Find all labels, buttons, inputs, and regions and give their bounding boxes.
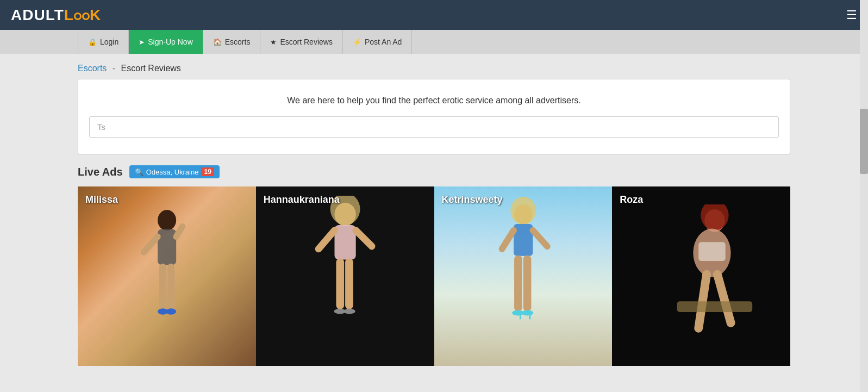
svg-rect-26 bbox=[520, 313, 521, 319]
search-location-icon: 🔍 bbox=[135, 168, 143, 176]
breadcrumb-escorts-link[interactable]: Escorts bbox=[78, 64, 107, 73]
nav-post-ad[interactable]: ⚡ Post An Ad bbox=[343, 30, 413, 54]
location-badge[interactable]: 🔍 Odessa, Ukraine 19 bbox=[129, 165, 220, 178]
svg-rect-13 bbox=[336, 258, 344, 309]
svg-line-33 bbox=[717, 275, 731, 323]
breadcrumb: Escorts - Escort Reviews bbox=[78, 64, 181, 73]
login-icon: 🔒 bbox=[88, 38, 97, 46]
svg-line-12 bbox=[355, 230, 371, 246]
svg-line-2 bbox=[143, 237, 158, 252]
ad-name-roza: Roza bbox=[620, 194, 643, 206]
ad-card-ketrinsweety[interactable]: Ketrinsweety bbox=[434, 186, 613, 366]
svg-point-16 bbox=[344, 308, 355, 314]
svg-rect-14 bbox=[345, 258, 353, 309]
reviews-star-icon: ★ bbox=[270, 38, 277, 46]
nav-escorts-label: Escorts bbox=[225, 38, 251, 46]
logo-text: ADULTL K bbox=[11, 7, 101, 24]
scrollbar-track[interactable] bbox=[860, 0, 868, 366]
svg-rect-31 bbox=[698, 242, 726, 261]
svg-point-0 bbox=[158, 210, 176, 231]
location-count: 19 bbox=[201, 167, 214, 176]
post-ad-icon: ⚡ bbox=[353, 38, 361, 46]
breadcrumb-bar: Escorts - Escort Reviews bbox=[0, 54, 868, 79]
svg-line-3 bbox=[176, 227, 182, 237]
search-input[interactable] bbox=[89, 116, 779, 138]
logo[interactable]: ADULTL K bbox=[11, 7, 101, 24]
live-ads-title: Live Ads bbox=[78, 166, 123, 178]
svg-line-20 bbox=[502, 230, 514, 248]
location-text: Odessa, Ukraine bbox=[146, 168, 199, 176]
svg-rect-27 bbox=[529, 313, 530, 319]
svg-point-25 bbox=[521, 310, 533, 315]
svg-rect-23 bbox=[523, 255, 531, 311]
nav-signup[interactable]: ➤ Sign-Up Now bbox=[129, 30, 203, 54]
nav-reviews-label: Escort Reviews bbox=[280, 38, 332, 46]
breadcrumb-current: Escort Reviews bbox=[121, 64, 181, 73]
ad-name-ketrinsweety: Ketrinsweety bbox=[442, 194, 503, 206]
ad-card-milissa[interactable]: Milissa bbox=[78, 186, 256, 366]
nav-escorts[interactable]: 🏠 Escorts bbox=[203, 30, 261, 54]
navbar: 🔒 Login ➤ Sign-Up Now 🏠 Escorts ★ Escort… bbox=[0, 30, 868, 54]
svg-point-18 bbox=[510, 196, 536, 224]
ads-grid: Milissa Hannaukraniana bbox=[78, 186, 790, 366]
search-content-box: We are here to help you find the perfect… bbox=[78, 79, 790, 154]
ad-name-milissa: Milissa bbox=[85, 194, 118, 206]
hamburger-menu-icon[interactable]: ☰ bbox=[846, 8, 857, 22]
ad-name-hannaukraniana: Hannaukraniana bbox=[264, 194, 340, 206]
escorts-home-icon: 🏠 bbox=[213, 38, 222, 46]
nav-post-label: Post An Ad bbox=[365, 38, 402, 46]
svg-rect-22 bbox=[514, 255, 522, 311]
svg-rect-4 bbox=[159, 264, 166, 310]
breadcrumb-separator: - bbox=[113, 64, 115, 73]
signup-icon: ➤ bbox=[139, 38, 145, 46]
nav-escort-reviews[interactable]: ★ Escort Reviews bbox=[260, 30, 342, 54]
scrollbar-thumb[interactable] bbox=[860, 109, 868, 174]
svg-rect-19 bbox=[514, 223, 533, 256]
nav-login-label: Login bbox=[100, 38, 118, 46]
svg-rect-1 bbox=[158, 229, 176, 265]
ad-card-roza[interactable]: Roza bbox=[612, 186, 790, 366]
svg-point-29 bbox=[701, 204, 728, 231]
svg-rect-5 bbox=[167, 264, 174, 310]
svg-point-7 bbox=[166, 309, 176, 315]
svg-rect-34 bbox=[677, 301, 752, 312]
ad-card-hannaukraniana[interactable]: Hannaukraniana bbox=[256, 186, 434, 366]
nav-signup-label: Sign-Up Now bbox=[148, 38, 192, 46]
site-header: ADULTL K ☰ bbox=[0, 0, 868, 30]
tagline-text: We are here to help you find the perfect… bbox=[89, 96, 779, 105]
svg-line-11 bbox=[319, 230, 334, 248]
nav-login[interactable]: 🔒 Login bbox=[78, 30, 129, 54]
svg-line-21 bbox=[533, 230, 547, 246]
live-ads-header: Live Ads 🔍 Odessa, Ukraine 19 bbox=[78, 165, 790, 178]
